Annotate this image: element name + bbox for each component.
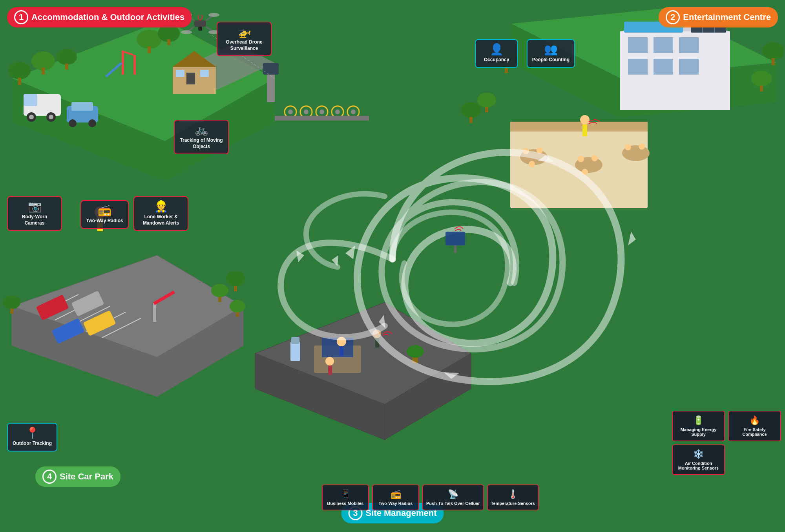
svg-point-137 [226,271,245,286]
svg-rect-6 [24,94,37,106]
svg-marker-36 [620,63,777,118]
svg-point-108 [332,106,343,118]
svg-marker-130 [296,250,304,262]
svg-rect-24 [167,39,170,45]
antenna-icon: 📡 [448,489,458,499]
svg-point-70 [639,143,645,150]
svg-rect-50 [510,130,648,208]
svg-rect-81 [83,310,116,336]
svg-rect-43 [654,59,673,75]
svg-point-52 [762,42,784,60]
svg-rect-55 [760,86,763,91]
svg-rect-134 [469,117,473,123]
camera-icon: 📷 [28,201,42,212]
managing-energy-card: 🔋 Managing Energy Supply [672,411,725,441]
svg-marker-86 [255,353,385,440]
svg-point-104 [300,106,312,118]
svg-point-141 [3,296,20,309]
svg-rect-53 [772,58,775,65]
svg-point-92 [337,337,346,346]
svg-rect-39 [628,37,648,53]
overhead-drone-card: 🚁 Overhead Drone Surveillance [217,22,272,56]
two-way-radios-bottom-card: 📻 Two-Way Radios [372,484,419,510]
lock-icon: 🔒 [751,150,761,160]
svg-rect-80 [71,291,104,316]
svg-marker-2 [12,79,165,181]
svg-line-76 [71,306,110,326]
svg-point-21 [137,30,162,49]
svg-marker-87 [385,353,471,440]
temperature-sensors-card: 🌡️ Temperature Sensors [487,484,539,510]
occupancy-card: 👤 Occupancy [475,39,518,68]
svg-rect-112 [275,116,369,121]
svg-point-69 [625,144,631,150]
svg-marker-128 [444,372,459,379]
svg-rect-22 [148,46,151,53]
drone-icon: 🚁 [237,26,251,37]
svg-line-28 [106,63,122,77]
svg-point-15 [9,62,31,79]
svg-point-7 [27,112,36,122]
svg-point-66 [591,155,598,161]
svg-point-122 [181,30,192,34]
svg-point-9 [46,112,56,122]
svg-rect-136 [485,107,488,112]
svg-point-99 [407,345,424,358]
svg-rect-97 [328,366,332,375]
svg-rect-91 [291,337,299,344]
svg-rect-18 [42,68,45,75]
svg-marker-35 [510,24,620,118]
svg-point-54 [751,71,772,86]
svg-rect-124 [198,27,202,31]
svg-point-135 [477,93,496,108]
svg-rect-98 [412,353,418,363]
mobile-icon: 📱 [340,489,351,499]
svg-rect-44 [679,59,699,75]
svg-rect-40 [654,37,673,53]
air-condition-card: ❄️ Air Condition Monitoring Sensors [672,444,725,475]
svg-point-14 [88,119,96,127]
bicycle-icon: 🚲 [195,124,208,135]
svg-rect-33 [200,70,209,77]
thermometer-icon: 🌡️ [508,489,518,499]
svg-rect-79 [36,294,69,320]
svg-marker-127 [628,232,636,245]
svg-rect-142 [10,309,13,314]
svg-point-109 [335,110,340,114]
svg-rect-11 [67,106,98,122]
svg-rect-95 [375,338,379,347]
svg-rect-140 [218,297,221,302]
svg-marker-126 [538,155,553,162]
svg-point-58 [580,115,590,124]
svg-marker-72 [12,306,157,397]
svg-point-64 [575,157,602,173]
svg-rect-100 [267,71,275,102]
svg-rect-84 [153,291,175,305]
svg-line-117 [206,15,214,20]
svg-point-133 [461,102,481,118]
svg-point-61 [523,148,529,154]
svg-point-68 [622,145,650,161]
svg-point-13 [69,119,77,127]
svg-point-60 [520,149,548,165]
svg-marker-85 [255,302,471,404]
svg-line-119 [206,27,214,32]
svg-line-77 [86,312,126,332]
bottom-cards-row: 📱 Business Mobiles 📻 Two-Way Radios 📡 Pu… [322,484,539,510]
svg-rect-88 [314,346,361,373]
svg-point-111 [351,110,356,114]
svg-point-102 [285,106,296,118]
svg-line-78 [102,318,141,338]
body-worn-card: 📷 Body-Worn Cameras [7,196,62,231]
svg-rect-12 [71,102,93,111]
fire-safety-card: 🔥 Fire Safety Compliance [728,411,781,441]
svg-point-105 [304,110,309,114]
svg-marker-131 [379,315,385,328]
svg-point-65 [578,156,584,162]
fire-icon: 🔥 [749,415,760,426]
person-icon: 👤 [490,44,504,55]
svg-rect-82 [52,318,85,344]
svg-point-107 [319,110,324,114]
svg-rect-144 [236,312,239,317]
svg-rect-51 [510,122,648,132]
